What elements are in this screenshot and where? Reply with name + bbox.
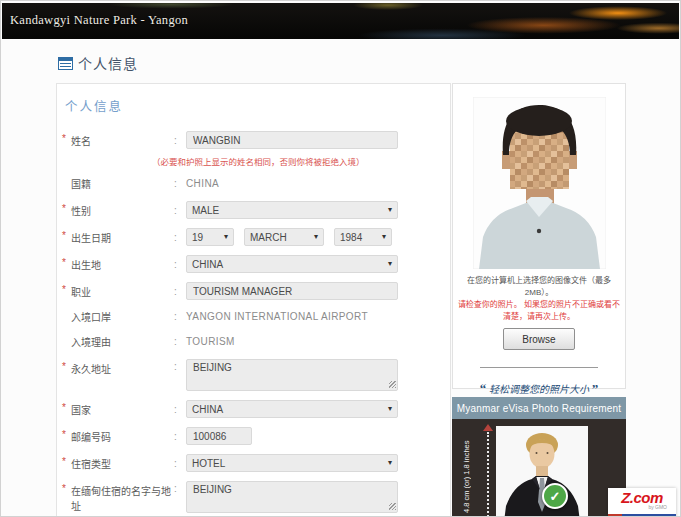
required-mark: *	[62, 402, 71, 413]
gender-label: 性别	[71, 203, 91, 218]
photo-requirement-header: Myanmar eVisa Photo Requirement	[452, 397, 626, 419]
required-mark: *	[62, 203, 71, 214]
occupation-label: 职业	[71, 284, 91, 299]
personal-info-form-icon	[58, 57, 73, 70]
quote-open-icon: “	[480, 381, 487, 396]
birth-day-select[interactable]: 19▾	[186, 228, 234, 246]
accommodation-address-label: 在缅甸住宿的名字与地址	[71, 483, 174, 513]
colon-separator: :	[174, 458, 186, 469]
colon-separator: :	[174, 483, 186, 494]
colon-separator: :	[174, 311, 186, 322]
birth-place-select[interactable]: CHINA▾	[186, 255, 398, 273]
chevron-down-icon: ▾	[382, 233, 386, 241]
required-mark: *	[62, 456, 71, 467]
postal-code-label: 邮编号码	[71, 429, 111, 444]
chevron-down-icon: ▾	[388, 405, 392, 413]
form-row-permanent-address: *永久地址 : BEIJING	[62, 359, 444, 391]
header-banner: Kandawgyi Nature Park - Yangon	[2, 3, 679, 39]
accommodation-type-select[interactable]: HOTEL▾	[186, 454, 398, 472]
checkmark-badge: ✓	[542, 483, 568, 509]
birth-place-label: 出生地	[71, 257, 101, 272]
accommodation-type-label: 住宿类型	[71, 456, 111, 471]
zcom-logo-text: Z.com	[608, 490, 676, 505]
birth-year-select[interactable]: 1984▾	[334, 228, 392, 246]
colon-separator: :	[174, 286, 186, 297]
form-row-entry-reason: 入境理由 : TOURISM	[62, 334, 444, 349]
photo-resize-quote: “ 轻松调整您的照片大小 ”	[453, 381, 625, 397]
required-mark: *	[62, 483, 71, 494]
name-input[interactable]	[186, 131, 398, 149]
required-mark: *	[62, 361, 71, 372]
birth-date-label: 出生日期	[71, 230, 111, 245]
gender-select[interactable]: MALE▾	[186, 201, 398, 219]
personal-info-form-card: 个人信息 *姓名 : （必要和护照上显示的姓名相同，否则你将被拒绝入境） 国籍 …	[56, 83, 451, 517]
chevron-down-icon: ▾	[224, 233, 228, 241]
name-note: （必要和护照上显示的姓名相同，否则你将被拒绝入境）	[152, 155, 444, 167]
permanent-address-label: 永久地址	[71, 361, 111, 376]
birth-month-select[interactable]: MARCH▾	[244, 228, 324, 246]
permanent-address-textarea[interactable]: BEIJING	[186, 359, 398, 391]
chevron-down-icon: ▾	[314, 233, 318, 241]
colon-separator: :	[174, 259, 186, 270]
height-measure-arrow	[482, 424, 494, 517]
form-row-country: *国家 : CHINA▾	[62, 400, 444, 418]
required-mark: *	[62, 429, 71, 440]
postal-code-input[interactable]	[186, 427, 252, 445]
banner-title: Kandawgyi Nature Park - Yangon	[10, 13, 188, 28]
form-row-accommodation-type: *住宿类型 : HOTEL▾	[62, 454, 444, 472]
colon-separator: :	[174, 431, 186, 442]
quote-close-icon: ”	[592, 381, 599, 396]
accommodation-address-textarea[interactable]: BEIJING	[186, 481, 398, 513]
chevron-down-icon: ▾	[388, 206, 392, 214]
photo-upload-card: 在您的计算机上选择您的图像文件（最多2MB）。 请检查你的照片。 如果您的照片不…	[452, 83, 626, 389]
entry-reason-label: 入境理由	[71, 334, 111, 349]
name-label: 姓名	[71, 133, 91, 148]
check-icon: ✓	[550, 489, 561, 504]
required-mark: *	[62, 257, 71, 268]
occupation-input[interactable]	[186, 282, 398, 300]
chevron-down-icon: ▾	[388, 459, 392, 467]
country-label: 国家	[71, 402, 91, 417]
form-row-accommodation-address: *在缅甸住宿的名字与地址 : BEIJING	[62, 481, 444, 513]
arrow-up-icon	[483, 424, 493, 431]
colon-separator: :	[174, 404, 186, 415]
form-row-postal-code: *邮编号码 :	[62, 427, 444, 445]
chevron-down-icon: ▾	[388, 260, 392, 268]
required-mark: *	[62, 230, 71, 241]
dotted-line	[487, 432, 489, 517]
photo-requirement-section: Myanmar eVisa Photo Requirement	[452, 397, 626, 517]
country-select[interactable]: CHINA▾	[186, 400, 398, 418]
browse-button[interactable]: Browse	[503, 328, 575, 350]
form-row-birth-date: *出生日期 : 19▾ MARCH▾ 1984▾	[62, 228, 444, 246]
page-title: 个人信息	[58, 53, 138, 73]
photo-requirement-body: 4.8 cm (or) 1.8 inches ✓	[452, 419, 626, 517]
form-section-title: 个人信息	[65, 96, 444, 115]
form-row-gender: *性别 : MALE▾	[62, 201, 444, 219]
form-row-name: *姓名 :	[62, 131, 444, 149]
colon-separator: :	[174, 336, 186, 347]
entry-reason-value: TOURISM	[186, 336, 235, 347]
form-row-nationality: 国籍 : CHINA	[62, 176, 444, 191]
entry-port-value: YANGON INTERNATIONAL AIRPORT	[186, 311, 368, 322]
photo-select-hint: 在您的计算机上选择您的图像文件（最多2MB）。	[453, 275, 625, 299]
colon-separator: :	[174, 135, 186, 146]
colon-separator: :	[174, 205, 186, 216]
photo-check-hint: 请检查你的照片。 如果您的照片不正确或看不清楚，请再次上传。	[453, 299, 625, 323]
form-row-entry-port: 入境口岸 : YANGON INTERNATIONAL AIRPORT	[62, 309, 444, 324]
required-mark: *	[62, 284, 71, 295]
form-row-occupation: *职业 :	[62, 282, 444, 300]
colon-separator: :	[174, 178, 186, 189]
required-mark: *	[62, 133, 71, 144]
colon-separator: :	[174, 232, 186, 243]
form-row-birth-place: *出生地 : CHINA▾	[62, 255, 444, 273]
page-title-text: 个人信息	[78, 53, 138, 73]
uploaded-photo	[473, 97, 606, 269]
divider	[480, 367, 598, 368]
sample-photo	[496, 426, 588, 517]
entry-port-label: 入境口岸	[71, 309, 111, 324]
zcom-logo: Z.com by GMO	[608, 488, 676, 517]
evisa-personal-info-page: Kandawgyi Nature Park - Yangon 个人信息 个人信息…	[0, 0, 681, 517]
colon-separator: :	[174, 361, 186, 372]
measurement-label: 4.8 cm (or) 1.8 inches	[462, 427, 471, 517]
nationality-label: 国籍	[71, 176, 91, 191]
